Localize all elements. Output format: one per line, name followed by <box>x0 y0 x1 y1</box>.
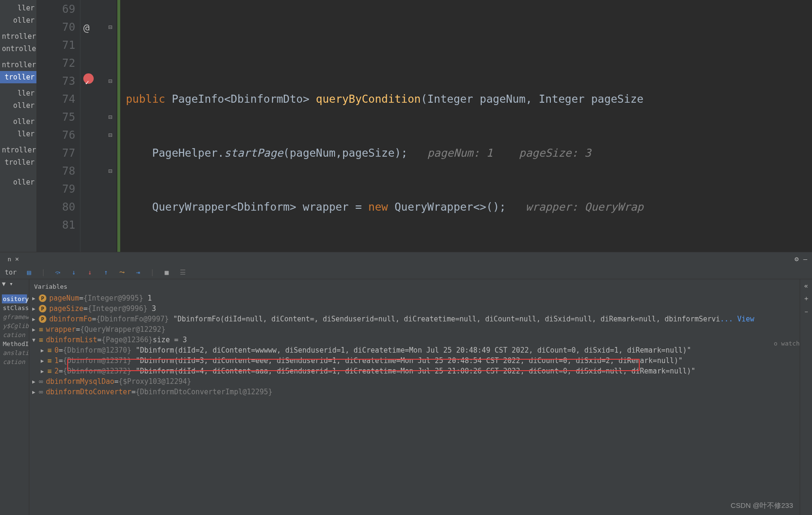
stack-frame[interactable]: gframew <box>2 312 27 321</box>
override-icon[interactable]: @ <box>83 19 89 37</box>
more-icon[interactable]: ☰ <box>179 268 186 276</box>
debug-toolbar[interactable]: tor ▤ | ⤼ ↓ ↓ ↑ ⤳ ⇥ | ▦ ☰ <box>0 266 812 279</box>
var-value: "Dbinform(diId=3, diContent=eee, diSendu… <box>136 356 683 365</box>
var-value: "DbinformFo(diId=null, diContent=, diSen… <box>173 315 720 323</box>
fold-gutter[interactable]: ⊟ ⊟ ⊟ ⊟ ⊟ <box>104 0 116 252</box>
remove-icon[interactable]: － <box>803 308 810 316</box>
stack-frame[interactable]: anslation <box>2 348 27 357</box>
var-row[interactable]: ▶ ∞ dbinformDtoConverter = {DbinformDtoC… <box>32 387 797 397</box>
var-type: {Page@12366} <box>101 336 152 344</box>
gear-icon[interactable]: ⚙ <box>794 255 798 263</box>
param-badge-icon: P <box>39 315 46 323</box>
stack-frame[interactable]: cation (o <box>2 330 27 339</box>
var-row[interactable]: ▶ P pageNum = {Integer@9995} 1 <box>32 293 797 303</box>
chevron-right-icon[interactable]: ▶ <box>32 379 39 385</box>
frames-panel[interactable]: ▼ ▾ ository ( stClassBy gframew y$CglibM… <box>0 279 29 515</box>
run-to-cursor-icon[interactable]: ⤳ <box>118 268 126 276</box>
tree-item[interactable]: ller <box>0 2 36 14</box>
step-out-icon[interactable]: ↑ <box>102 268 110 276</box>
proxy-badge-icon: ∞ <box>39 377 43 386</box>
var-name: dbinformFo <box>49 315 92 323</box>
tree-item-selected[interactable]: troller <box>0 71 36 83</box>
debug-tab[interactable]: n <box>4 256 15 263</box>
code-area[interactable]: public PageInfo<DbinformDto> queryByCond… <box>116 0 812 252</box>
close-icon[interactable]: × <box>15 255 21 263</box>
watch-hint: o watch <box>774 340 800 347</box>
tree-item[interactable]: ller <box>0 87 36 99</box>
layout-icon[interactable]: ▤ <box>25 268 33 276</box>
chevron-right-icon[interactable]: ▶ <box>41 358 47 364</box>
var-type: {Integer@9995} <box>83 294 143 302</box>
breakpoint-icon[interactable] <box>83 73 94 84</box>
var-row[interactable]: ▼ ≡ dbinformList = {Page@12366} size = 3 <box>32 335 797 345</box>
chevron-right-icon[interactable]: ▶ <box>32 389 39 395</box>
chevron-right-icon[interactable]: ▶ <box>32 295 39 302</box>
fold-icon[interactable]: ⊟ <box>104 108 116 126</box>
chevrons-icon[interactable]: « <box>804 282 808 290</box>
tree-item[interactable]: troller <box>0 156 36 169</box>
gutter-annotations[interactable]: @ <box>80 0 104 252</box>
var-row[interactable]: ▶ ≡ 0 = {Dbinform@12370} "Dbinform(diId=… <box>32 345 797 355</box>
code-text: new <box>368 201 388 213</box>
var-type: {DbinformFo@9997} <box>96 315 169 323</box>
line-number: 81 <box>48 216 75 234</box>
debug-tabs[interactable]: n × ⚙ — <box>0 252 812 266</box>
line-number: 71 <box>48 36 75 54</box>
tree-item[interactable]: ontroller <box>0 43 36 55</box>
chevron-down-icon[interactable]: ▼ <box>32 337 39 343</box>
stack-frame[interactable]: stClassBy <box>2 303 27 312</box>
code-editor[interactable]: 69 70 71 72 73 74 75 76 77 78 79 80 81 @… <box>37 0 812 252</box>
fold-icon[interactable]: ⊟ <box>104 126 116 144</box>
structure-tree[interactable]: ller oller ntroller ontroller ntroller t… <box>0 0 37 252</box>
debug-panel[interactable]: n × ⚙ — tor ▤ | ⤼ ↓ ↓ ↑ ⤳ ⇥ | ▦ ☰ ▼ ▾ os… <box>0 252 812 515</box>
view-link[interactable]: ... View <box>720 315 754 323</box>
stack-frame[interactable]: MethodIn <box>2 339 27 348</box>
force-step-into-icon[interactable]: ↓ <box>86 268 94 276</box>
step-into-icon[interactable]: ↓ <box>70 268 78 276</box>
tree-item[interactable]: ller <box>0 128 36 140</box>
fold-icon[interactable]: ⊟ <box>104 162 116 180</box>
line-number: 72 <box>48 54 75 72</box>
tree-item[interactable]: oller <box>0 99 36 112</box>
minimize-icon[interactable]: — <box>803 255 807 263</box>
var-type: {Dbinform@12371} <box>63 356 132 365</box>
chevron-right-icon[interactable]: ▶ <box>32 327 39 333</box>
tree-item[interactable]: oller <box>0 14 36 27</box>
fold-icon[interactable]: ⊟ <box>104 18 116 36</box>
fold-icon[interactable]: ⊟ <box>104 72 116 90</box>
tree-item[interactable]: ntroller <box>0 30 36 43</box>
stack-frame[interactable]: y$CglibM <box>2 321 27 330</box>
tree-item <box>0 83 36 87</box>
var-row[interactable]: ▶ ≡ 2 = {Dbinform@12372} "Dbinform(diId=… <box>32 366 797 376</box>
debugger-tab[interactable]: tor <box>5 268 17 276</box>
tree-item[interactable]: oller <box>0 115 36 128</box>
variables-panel[interactable]: Variables ▶ P pageNum = {Integer@9995} 1… <box>29 279 800 515</box>
step-over-icon[interactable]: ⤼ <box>54 268 62 276</box>
chevron-right-icon[interactable]: ▶ <box>32 306 39 312</box>
code-text: QueryWrapper<Dbinform> wrapper = <box>126 201 368 213</box>
chevron-right-icon[interactable]: ▶ <box>41 368 47 374</box>
var-name: wrapper <box>46 325 76 334</box>
var-row[interactable]: ▶ P pageSize = {Integer@9996} 3 <box>32 303 797 314</box>
var-row[interactable]: ▶ ≡ wrapper = {QueryWrapper@12292} <box>32 324 797 335</box>
tree-item[interactable]: oller <box>0 176 36 188</box>
chevron-right-icon[interactable]: ▶ <box>32 316 39 322</box>
evaluate-icon[interactable]: ▦ <box>163 268 170 276</box>
code-text: queryByCondition <box>316 93 421 105</box>
filter-icon[interactable]: ▼ ▾ <box>2 280 13 287</box>
var-row[interactable]: ▶ P dbinformFo = {DbinformFo@9997} "Dbin… <box>32 314 797 324</box>
object-badge-icon: ≡ <box>47 346 52 355</box>
tree-item[interactable]: ntroller <box>0 59 36 71</box>
drop-frame-icon[interactable]: ⇥ <box>134 268 142 276</box>
tree-item[interactable]: ntroller <box>0 144 36 156</box>
object-badge-icon: ≡ <box>47 367 52 375</box>
chevron-right-icon[interactable]: ▶ <box>41 347 47 354</box>
stack-frame[interactable]: cation (o <box>2 357 27 366</box>
stack-frame-selected[interactable]: ository ( <box>2 294 27 303</box>
var-row[interactable]: ▶ ≡ 1 = {Dbinform@12371} "Dbinform(diId=… <box>32 355 797 366</box>
code-text: QueryWrapper<>(); <box>388 201 506 213</box>
add-icon[interactable]: ＋ <box>803 294 810 303</box>
vars-toolbar[interactable]: « ＋ － <box>800 279 812 515</box>
line-number: 79 <box>48 180 75 198</box>
var-row[interactable]: ▶ ∞ dbinformMysqlDao = {$Proxy103@12294} <box>32 376 797 387</box>
